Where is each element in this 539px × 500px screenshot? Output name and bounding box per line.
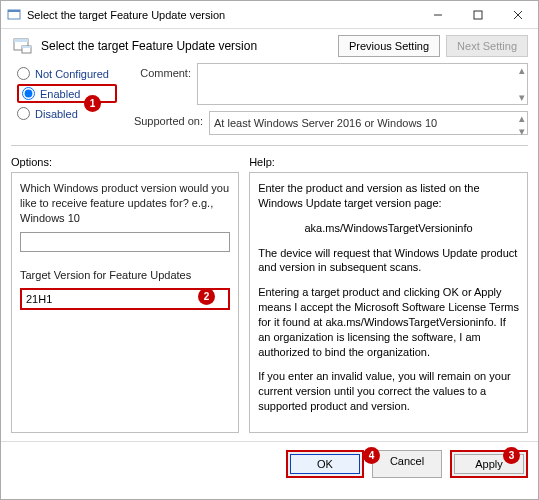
header-row: Select the target Feature Update version… bbox=[1, 29, 538, 63]
options-label: Options: bbox=[11, 156, 239, 168]
comment-label: Comment: bbox=[125, 63, 197, 79]
help-p1: Enter the product and version as listed … bbox=[258, 181, 519, 211]
product-question-label: Which Windows product version would you … bbox=[20, 181, 230, 226]
svg-rect-3 bbox=[474, 11, 482, 19]
options-panel: Which Windows product version would you … bbox=[11, 172, 239, 433]
state-radio-group: Not Configured Enabled Disabled bbox=[11, 63, 119, 135]
supported-on-label: Supported on: bbox=[125, 111, 209, 127]
radio-not-configured-input[interactable] bbox=[17, 67, 30, 80]
footer: OK Cancel Apply bbox=[1, 441, 538, 486]
titlebar: Select the target Feature Update version bbox=[1, 1, 538, 29]
cancel-button[interactable]: Cancel bbox=[372, 450, 442, 478]
help-p4: Entering a target product and clicking O… bbox=[258, 285, 519, 359]
minimize-button[interactable] bbox=[418, 1, 458, 29]
radio-disabled-label: Disabled bbox=[35, 108, 78, 120]
policy-editor-window: 1 2 3 4 Select the target Feature Update… bbox=[0, 0, 539, 500]
help-p3: The device will request that Windows Upd… bbox=[258, 246, 519, 276]
supported-on-text: At least Windows Server 2016 or Windows … bbox=[209, 111, 528, 135]
comment-textarea[interactable]: ▴▾ bbox=[197, 63, 528, 105]
help-p5: If you enter an invalid value, you will … bbox=[258, 369, 519, 414]
supported-on-value: At least Windows Server 2016 or Windows … bbox=[214, 117, 437, 129]
window-icon bbox=[7, 8, 21, 22]
help-p2: aka.ms/WindowsTargetVersioninfo bbox=[258, 221, 519, 236]
ok-button-highlight: OK bbox=[286, 450, 364, 478]
radio-disabled[interactable]: Disabled bbox=[17, 107, 117, 120]
svg-rect-9 bbox=[22, 46, 31, 48]
help-panel: Enter the product and version as listed … bbox=[249, 172, 528, 433]
radio-enabled-label: Enabled bbox=[40, 88, 80, 100]
header-title: Select the target Feature Update version bbox=[41, 39, 330, 53]
radio-enabled-highlight: Enabled bbox=[17, 84, 117, 103]
divider bbox=[11, 145, 528, 146]
policy-icon bbox=[11, 35, 33, 57]
target-version-input[interactable] bbox=[20, 288, 230, 310]
window-title: Select the target Feature Update version bbox=[27, 9, 418, 21]
apply-button-highlight: Apply bbox=[450, 450, 528, 478]
previous-setting-button[interactable]: Previous Setting bbox=[338, 35, 440, 57]
body: Not Configured Enabled Disabled bbox=[1, 63, 538, 441]
apply-button[interactable]: Apply bbox=[454, 454, 524, 474]
radio-disabled-input[interactable] bbox=[17, 107, 30, 120]
radio-enabled[interactable]: Enabled bbox=[22, 87, 80, 100]
radio-enabled-input[interactable] bbox=[22, 87, 35, 100]
product-version-input[interactable] bbox=[20, 232, 230, 252]
content-area: Select the target Feature Update version… bbox=[1, 29, 538, 499]
radio-not-configured-label: Not Configured bbox=[35, 68, 109, 80]
radio-not-configured[interactable]: Not Configured bbox=[17, 67, 117, 80]
target-version-label: Target Version for Feature Updates bbox=[20, 268, 230, 283]
svg-rect-7 bbox=[14, 39, 28, 42]
ok-button[interactable]: OK bbox=[290, 454, 360, 474]
maximize-button[interactable] bbox=[458, 1, 498, 29]
next-setting-button: Next Setting bbox=[446, 35, 528, 57]
svg-rect-1 bbox=[8, 10, 20, 12]
close-button[interactable] bbox=[498, 1, 538, 29]
help-label: Help: bbox=[249, 156, 528, 168]
window-controls bbox=[418, 1, 538, 29]
